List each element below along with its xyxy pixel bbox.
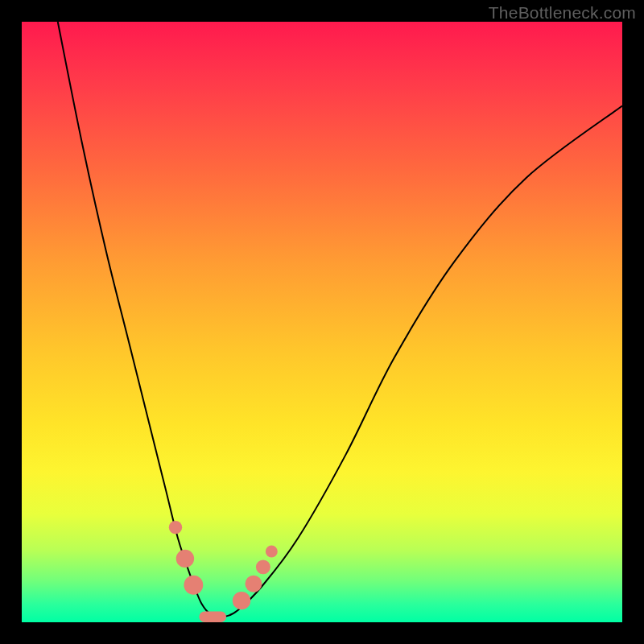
trough-pill	[199, 612, 226, 622]
right-bead-2	[246, 576, 262, 592]
bottleneck-curve	[58, 22, 622, 617]
left-bead-1	[169, 521, 182, 534]
curve-markers	[169, 521, 278, 622]
left-bead-2	[176, 550, 194, 568]
curve-svg	[22, 22, 622, 622]
right-bead-3	[256, 559, 270, 574]
watermark-text: TheBottleneck.com	[489, 3, 636, 23]
plot-area	[22, 22, 622, 622]
chart-frame: TheBottleneck.com	[0, 0, 644, 644]
right-bead-4	[266, 546, 278, 558]
left-bead-3	[184, 576, 203, 595]
right-bead-1	[233, 592, 250, 609]
